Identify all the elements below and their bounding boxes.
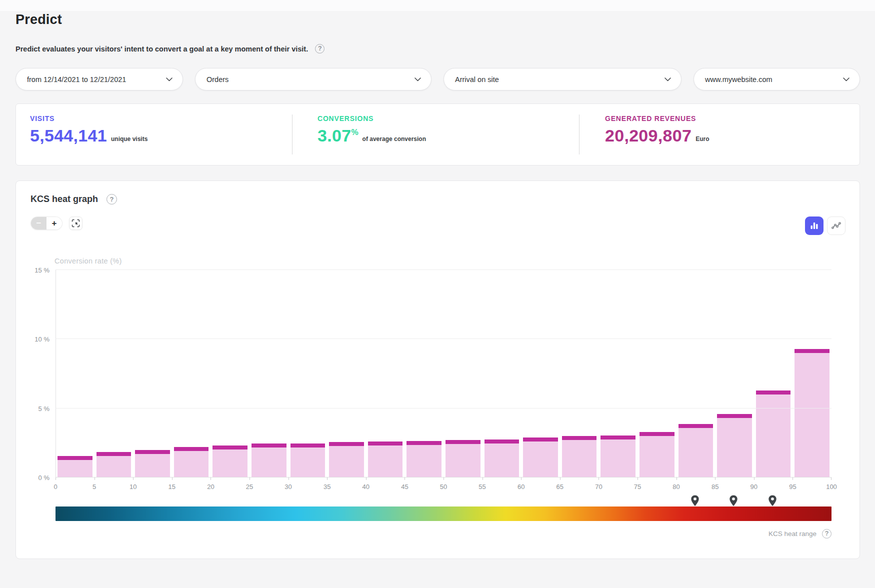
bar-cap [794, 349, 830, 353]
conversion-bar-75-80[interactable] [640, 432, 674, 478]
heat-marker-pin-icon[interactable] [768, 495, 777, 506]
x-tick-mark [94, 478, 95, 480]
x-tick-mark [404, 478, 405, 480]
x-tick-mark [482, 478, 483, 480]
bar-slot [676, 270, 716, 478]
revenues-unit: Euro [696, 136, 709, 145]
heat-markers-row [56, 494, 832, 506]
x-tick-mark [598, 478, 599, 480]
conversion-bar-15-20[interactable] [174, 447, 209, 478]
conversion-bar-85-90[interactable] [717, 414, 752, 478]
chevron-down-icon [414, 78, 421, 82]
x-tick-mark [754, 478, 754, 480]
conversions-value: 3.07 [318, 127, 351, 145]
bar-chart-toggle-button[interactable] [805, 216, 824, 235]
x-tick-mark [56, 478, 56, 480]
conversion-bar-10-15[interactable] [135, 450, 170, 478]
conversions-stat: CONVERSIONS 3.07 % of average conversion [292, 104, 579, 165]
date-range-value: from 12/14/2021 to 12/21/2021 [27, 76, 126, 84]
visits-stat: VISITS 5,544,141 unique visits [16, 104, 292, 165]
moment-dropdown[interactable]: Arrival on site [444, 68, 682, 90]
conversion-bar-80-85[interactable] [678, 424, 714, 478]
x-tick-label: 35 [324, 483, 330, 490]
zoom-out-button[interactable]: − [31, 217, 46, 230]
gridline [56, 408, 832, 408]
revenues-label: GENERATED REVENUES [605, 114, 860, 122]
heat-range-footer: KCS heat range ? [16, 529, 832, 538]
conversion-bar-50-55[interactable] [446, 440, 480, 478]
conversion-bar-70-75[interactable] [600, 436, 636, 478]
y-tick-label: 5 % [38, 404, 50, 412]
conversion-bar-60-65[interactable] [523, 438, 558, 478]
conversion-bar-0-5[interactable] [58, 456, 92, 478]
bar-slot [404, 270, 444, 478]
bar-cap [678, 424, 714, 428]
line-chart-toggle-button[interactable] [827, 216, 846, 235]
heat-marker-pin-icon[interactable] [690, 495, 699, 506]
x-tick-mark [288, 478, 289, 480]
bar-cap [252, 444, 286, 448]
bar-slot [250, 270, 288, 478]
x-tick-mark [133, 478, 134, 480]
bar-slot [715, 270, 754, 478]
conversion-bar-40-45[interactable] [368, 442, 403, 478]
bar-slot [560, 270, 599, 478]
conversion-bar-30-35[interactable] [290, 444, 326, 478]
x-tick-label: 45 [401, 483, 408, 490]
bar-slot [133, 270, 172, 478]
conversions-label: CONVERSIONS [318, 114, 579, 122]
x-tick-label: 70 [595, 483, 602, 490]
x-tick-label: 65 [556, 483, 564, 490]
zoom-in-button[interactable]: + [46, 217, 62, 230]
x-tick-label: 20 [207, 483, 214, 490]
top-strip [0, 0, 875, 11]
x-tick-label: 0 [54, 483, 57, 490]
y-tick-label: 0 % [38, 474, 50, 482]
goal-dropdown[interactable]: Orders [195, 68, 432, 90]
x-tick-label: 30 [284, 483, 292, 490]
plot-area: 0 %5 %10 %15 %05101520253035404550556065… [56, 270, 832, 478]
bar-slot [366, 270, 405, 478]
bar-cap [600, 436, 636, 440]
x-tick-mark [638, 478, 638, 480]
conversion-bar-25-30[interactable] [252, 444, 286, 478]
kcs-heat-graph-card: KCS heat graph ? − + [16, 180, 860, 559]
site-dropdown[interactable]: www.mywebsite.com [694, 68, 860, 90]
conversion-bar-65-70[interactable] [562, 436, 597, 478]
bar-cap [717, 414, 752, 418]
date-range-dropdown[interactable]: from 12/14/2021 to 12/21/2021 [16, 68, 183, 90]
page-subtitle-row: Predict evaluates your visitors' intent … [16, 44, 860, 54]
heat-range-help-icon[interactable]: ? [822, 529, 832, 538]
conversion-bar-90-95[interactable] [756, 390, 791, 478]
conversion-bar-55-60[interactable] [484, 440, 520, 478]
x-tick-label: 90 [750, 483, 758, 490]
conversion-bar-35-40[interactable] [329, 442, 364, 478]
bar-cap [135, 450, 170, 454]
bar-cap [562, 436, 597, 440]
bar-cap [756, 390, 791, 394]
conversion-bar-5-10[interactable] [96, 452, 132, 478]
conversion-bar-95-100[interactable] [794, 349, 830, 478]
subtitle-help-icon[interactable]: ? [315, 44, 324, 54]
bar-slot [327, 270, 366, 478]
chart-help-icon[interactable]: ? [106, 194, 117, 204]
bar-slot [172, 270, 211, 478]
zoom-controls: − + [30, 216, 82, 230]
fullscreen-button[interactable] [69, 216, 82, 230]
x-tick-mark [172, 478, 172, 480]
x-tick-label: 50 [440, 483, 447, 490]
bar-cap [640, 432, 674, 436]
x-tick-label: 75 [634, 483, 641, 490]
x-tick-mark [210, 478, 211, 480]
bar-slot [210, 270, 250, 478]
heat-marker-pin-icon[interactable] [730, 495, 738, 506]
revenues-stat: GENERATED REVENUES 20,209,807 Euro [579, 104, 860, 165]
conversion-bar-45-50[interactable] [406, 441, 442, 478]
x-tick-label: 15 [168, 483, 176, 490]
predict-page: Predict Predict evaluates your visitors'… [0, 12, 875, 559]
bar-cap [58, 456, 92, 460]
conversion-bar-20-25[interactable] [212, 446, 248, 478]
heat-range-label: KCS heat range [768, 530, 816, 538]
x-tick-mark [792, 478, 793, 480]
x-tick-mark [444, 478, 444, 480]
